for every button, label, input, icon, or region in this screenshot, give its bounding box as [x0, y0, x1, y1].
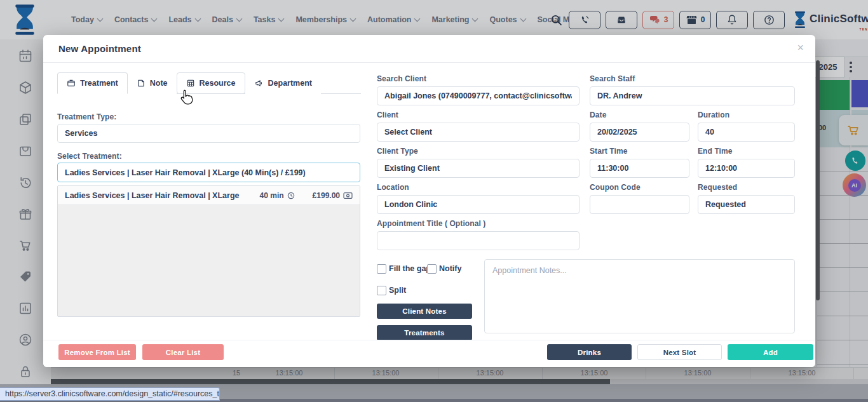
treatments-button[interactable]: Treatments: [377, 325, 472, 340]
location-select[interactable]: [377, 195, 580, 214]
drinks-button[interactable]: Drinks: [547, 344, 632, 360]
select-treatment-input[interactable]: [57, 163, 360, 182]
notify-checkbox[interactable]: [427, 264, 437, 274]
modal-header: New Appointment ×: [43, 35, 815, 63]
treatment-price: £199.00: [313, 191, 353, 200]
client-label: Client: [377, 111, 398, 119]
appointment-title-label: Appointment Title ( Optional ): [377, 219, 485, 228]
duration-text: 40 min: [260, 191, 284, 200]
status-url-text: https://server3.clinicsoftware.com/desig…: [5, 389, 220, 398]
modal-footer: Remove From List Clear List Drinks Next …: [43, 340, 815, 367]
select-treatment-label: Select Treatment:: [57, 152, 122, 161]
search-client-input[interactable]: [377, 86, 580, 105]
treatment-name: Ladies Services | Laser Hair Removal | X…: [65, 191, 260, 200]
remove-from-list-button[interactable]: Remove From List: [58, 344, 136, 360]
notify-label: Notify: [439, 264, 461, 273]
requested-label: Requested: [698, 183, 737, 192]
next-slot-button[interactable]: Next Slot: [637, 344, 722, 360]
browser-status-url: https://server3.clinicsoftware.com/desig…: [0, 387, 220, 401]
split-checkbox[interactable]: [377, 286, 386, 295]
requested-select[interactable]: [698, 195, 795, 214]
treatment-list-row[interactable]: Ladies Services | Laser Hair Removal | X…: [58, 186, 360, 205]
client-type-select[interactable]: [377, 159, 580, 178]
tab-resource[interactable]: Resource: [177, 72, 245, 94]
search-client-label: Search Client: [377, 74, 426, 83]
appointment-notes-textarea[interactable]: [484, 259, 795, 333]
search-staff-label: Search Staff: [590, 74, 635, 83]
duration-input[interactable]: [698, 123, 795, 142]
tab-department[interactable]: Department: [245, 72, 321, 94]
clear-list-button[interactable]: Clear List: [142, 344, 224, 360]
end-time-label: End Time: [698, 147, 733, 156]
start-time-input[interactable]: [590, 159, 689, 178]
fill-the-gap-label: Fill the gap: [389, 264, 431, 273]
add-button[interactable]: Add: [728, 344, 813, 360]
treatment-list: Ladies Services | Laser Hair Removal | X…: [57, 185, 360, 317]
location-label: Location: [377, 183, 409, 192]
close-icon[interactable]: ×: [797, 41, 804, 54]
tab-label: Department: [268, 79, 312, 88]
coupon-code-input[interactable]: [590, 195, 689, 214]
money-icon: [343, 192, 353, 199]
treatment-type-label: Treatment Type:: [57, 112, 116, 121]
tab-treatment[interactable]: Treatment: [57, 72, 128, 94]
start-time-label: Start Time: [590, 147, 627, 156]
duration-label: Duration: [698, 111, 729, 119]
client-notes-button[interactable]: Client Notes: [377, 304, 472, 319]
appointment-title-input[interactable]: [377, 231, 580, 250]
end-time-input[interactable]: [698, 159, 795, 178]
client-select[interactable]: [377, 123, 580, 142]
tab-label: Resource: [200, 79, 236, 88]
modal-tabs: Treatment Note Resource Department: [57, 72, 321, 94]
tab-note[interactable]: Note: [128, 72, 177, 94]
price-text: £199.00: [313, 191, 340, 200]
fill-the-gap-checkbox[interactable]: [377, 264, 386, 274]
search-staff-input[interactable]: [590, 86, 795, 105]
tab-label: Treatment: [80, 79, 118, 88]
client-type-label: Client Type: [377, 147, 418, 156]
new-appointment-modal: New Appointment × Treatment Note Resourc…: [43, 35, 815, 367]
split-label: Split: [389, 286, 406, 295]
date-input[interactable]: [590, 123, 689, 142]
tab-label: Note: [150, 79, 168, 88]
treatment-duration: 40 min: [260, 191, 295, 200]
modal-title: New Appointment: [58, 43, 141, 54]
treatment-type-select[interactable]: [57, 124, 360, 143]
clock-icon: [287, 192, 295, 199]
date-label: Date: [590, 111, 606, 119]
coupon-code-label: Coupon Code: [590, 183, 641, 192]
